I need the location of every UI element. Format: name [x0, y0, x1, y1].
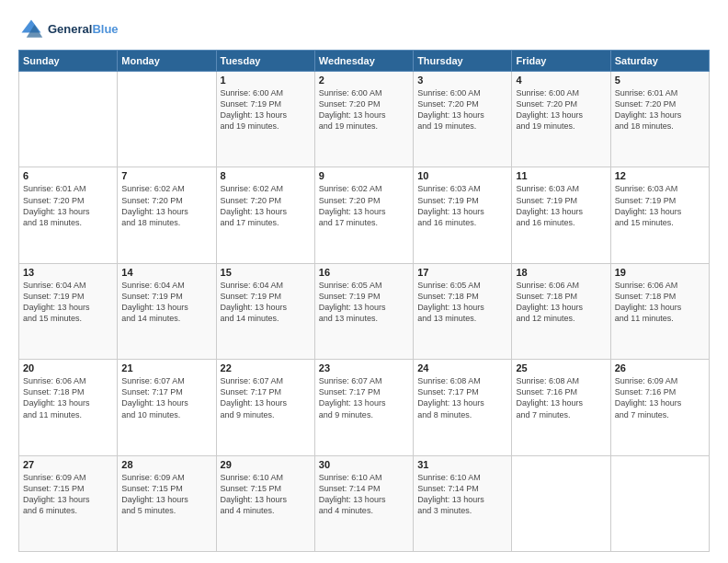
day-number: 10	[417, 170, 507, 181]
day-info: Sunrise: 6:10 AM Sunset: 7:14 PM Dayligh…	[417, 472, 507, 517]
day-info: Sunrise: 6:03 AM Sunset: 7:19 PM Dayligh…	[417, 183, 507, 228]
calendar-cell	[512, 455, 610, 551]
calendar-week-row: 20Sunrise: 6:06 AM Sunset: 7:18 PM Dayli…	[19, 360, 710, 455]
day-info: Sunrise: 6:02 AM Sunset: 7:20 PM Dayligh…	[121, 183, 211, 228]
day-info: Sunrise: 6:00 AM Sunset: 7:19 PM Dayligh…	[221, 87, 311, 132]
day-number: 24	[417, 362, 507, 373]
day-info: Sunrise: 6:02 AM Sunset: 7:20 PM Dayligh…	[319, 183, 409, 228]
weekday-header-wednesday: Wednesday	[314, 51, 413, 72]
weekday-header-thursday: Thursday	[414, 51, 512, 72]
day-number: 14	[121, 267, 211, 278]
day-info: Sunrise: 6:03 AM Sunset: 7:19 PM Dayligh…	[516, 183, 606, 228]
day-number: 23	[319, 362, 409, 373]
calendar-cell: 13Sunrise: 6:04 AM Sunset: 7:19 PM Dayli…	[19, 263, 118, 359]
calendar-cell: 4Sunrise: 6:00 AM Sunset: 7:20 PM Daylig…	[512, 72, 610, 167]
day-info: Sunrise: 6:08 AM Sunset: 7:17 PM Dayligh…	[417, 375, 507, 420]
calendar-cell: 20Sunrise: 6:06 AM Sunset: 7:18 PM Dayli…	[19, 360, 118, 455]
day-number: 11	[516, 170, 606, 181]
calendar-week-row: 13Sunrise: 6:04 AM Sunset: 7:19 PM Dayli…	[19, 263, 710, 359]
day-info: Sunrise: 6:09 AM Sunset: 7:15 PM Dayligh…	[23, 472, 113, 517]
day-info: Sunrise: 6:03 AM Sunset: 7:19 PM Dayligh…	[615, 183, 705, 228]
day-number: 19	[615, 267, 705, 278]
day-number: 17	[417, 267, 507, 278]
day-info: Sunrise: 6:04 AM Sunset: 7:19 PM Dayligh…	[23, 280, 113, 325]
calendar-cell: 26Sunrise: 6:09 AM Sunset: 7:16 PM Dayli…	[610, 360, 709, 455]
calendar-header-row: SundayMondayTuesdayWednesdayThursdayFrid…	[19, 51, 710, 72]
day-info: Sunrise: 6:07 AM Sunset: 7:17 PM Dayligh…	[221, 375, 311, 420]
day-info: Sunrise: 6:06 AM Sunset: 7:18 PM Dayligh…	[516, 280, 606, 325]
day-info: Sunrise: 6:08 AM Sunset: 7:16 PM Dayligh…	[516, 375, 606, 420]
day-number: 26	[615, 362, 705, 373]
day-number: 15	[221, 267, 311, 278]
day-number: 1	[221, 75, 311, 86]
day-number: 9	[319, 170, 409, 181]
calendar-cell	[610, 455, 709, 551]
calendar-cell: 3Sunrise: 6:00 AM Sunset: 7:20 PM Daylig…	[414, 72, 512, 167]
day-number: 29	[221, 459, 311, 470]
calendar-cell: 31Sunrise: 6:10 AM Sunset: 7:14 PM Dayli…	[414, 455, 512, 551]
calendar-cell: 11Sunrise: 6:03 AM Sunset: 7:19 PM Dayli…	[512, 167, 610, 263]
day-info: Sunrise: 6:06 AM Sunset: 7:18 PM Dayligh…	[615, 280, 705, 325]
day-number: 16	[319, 267, 409, 278]
calendar-cell: 7Sunrise: 6:02 AM Sunset: 7:20 PM Daylig…	[118, 167, 216, 263]
page: GeneralBlue SundayMondayTuesdayWednesday…	[0, 0, 728, 563]
calendar-cell: 21Sunrise: 6:07 AM Sunset: 7:17 PM Dayli…	[118, 360, 216, 455]
calendar-cell: 8Sunrise: 6:02 AM Sunset: 7:20 PM Daylig…	[216, 167, 314, 263]
calendar-cell: 27Sunrise: 6:09 AM Sunset: 7:15 PM Dayli…	[19, 455, 118, 551]
day-number: 6	[23, 170, 113, 181]
day-number: 31	[417, 459, 507, 470]
day-info: Sunrise: 6:09 AM Sunset: 7:16 PM Dayligh…	[615, 375, 705, 420]
weekday-header-friday: Friday	[512, 51, 610, 72]
logo-text: GeneralBlue	[48, 22, 119, 37]
header: GeneralBlue	[18, 17, 710, 42]
calendar-cell: 25Sunrise: 6:08 AM Sunset: 7:16 PM Dayli…	[512, 360, 610, 455]
calendar-cell: 10Sunrise: 6:03 AM Sunset: 7:19 PM Dayli…	[414, 167, 512, 263]
calendar-cell: 22Sunrise: 6:07 AM Sunset: 7:17 PM Dayli…	[216, 360, 314, 455]
logo: GeneralBlue	[18, 17, 119, 42]
day-number: 5	[615, 75, 705, 86]
day-number: 7	[121, 170, 211, 181]
calendar-week-row: 1Sunrise: 6:00 AM Sunset: 7:19 PM Daylig…	[19, 72, 710, 167]
calendar-cell: 15Sunrise: 6:04 AM Sunset: 7:19 PM Dayli…	[216, 263, 314, 359]
day-number: 12	[615, 170, 705, 181]
day-number: 13	[23, 267, 113, 278]
calendar-cell: 18Sunrise: 6:06 AM Sunset: 7:18 PM Dayli…	[512, 263, 610, 359]
calendar-week-row: 6Sunrise: 6:01 AM Sunset: 7:20 PM Daylig…	[19, 167, 710, 263]
day-number: 18	[516, 267, 606, 278]
weekday-header-sunday: Sunday	[19, 51, 118, 72]
day-info: Sunrise: 6:04 AM Sunset: 7:19 PM Dayligh…	[221, 280, 311, 325]
calendar-cell: 17Sunrise: 6:05 AM Sunset: 7:18 PM Dayli…	[414, 263, 512, 359]
day-info: Sunrise: 6:00 AM Sunset: 7:20 PM Dayligh…	[417, 87, 507, 132]
calendar-cell: 30Sunrise: 6:10 AM Sunset: 7:14 PM Dayli…	[314, 455, 413, 551]
day-number: 28	[121, 459, 211, 470]
weekday-header-saturday: Saturday	[610, 51, 709, 72]
day-number: 3	[417, 75, 507, 86]
day-number: 30	[319, 459, 409, 470]
day-number: 8	[221, 170, 311, 181]
calendar-cell: 12Sunrise: 6:03 AM Sunset: 7:19 PM Dayli…	[610, 167, 709, 263]
calendar-cell: 5Sunrise: 6:01 AM Sunset: 7:20 PM Daylig…	[610, 72, 709, 167]
calendar-cell: 16Sunrise: 6:05 AM Sunset: 7:19 PM Dayli…	[314, 263, 413, 359]
calendar-cell: 28Sunrise: 6:09 AM Sunset: 7:15 PM Dayli…	[118, 455, 216, 551]
day-info: Sunrise: 6:05 AM Sunset: 7:19 PM Dayligh…	[319, 280, 409, 325]
calendar-cell: 23Sunrise: 6:07 AM Sunset: 7:17 PM Dayli…	[314, 360, 413, 455]
calendar-cell: 6Sunrise: 6:01 AM Sunset: 7:20 PM Daylig…	[19, 167, 118, 263]
weekday-header-monday: Monday	[118, 51, 216, 72]
day-info: Sunrise: 6:00 AM Sunset: 7:20 PM Dayligh…	[516, 87, 606, 132]
calendar-cell: 1Sunrise: 6:00 AM Sunset: 7:19 PM Daylig…	[216, 72, 314, 167]
day-info: Sunrise: 6:07 AM Sunset: 7:17 PM Dayligh…	[121, 375, 211, 420]
day-info: Sunrise: 6:10 AM Sunset: 7:14 PM Dayligh…	[319, 472, 409, 517]
calendar-cell: 2Sunrise: 6:00 AM Sunset: 7:20 PM Daylig…	[314, 72, 413, 167]
day-number: 22	[221, 362, 311, 373]
day-info: Sunrise: 6:06 AM Sunset: 7:18 PM Dayligh…	[23, 375, 113, 420]
calendar-cell: 24Sunrise: 6:08 AM Sunset: 7:17 PM Dayli…	[414, 360, 512, 455]
day-number: 2	[319, 75, 409, 86]
day-info: Sunrise: 6:07 AM Sunset: 7:17 PM Dayligh…	[319, 375, 409, 420]
day-info: Sunrise: 6:04 AM Sunset: 7:19 PM Dayligh…	[121, 280, 211, 325]
calendar-week-row: 27Sunrise: 6:09 AM Sunset: 7:15 PM Dayli…	[19, 455, 710, 551]
calendar-table: SundayMondayTuesdayWednesdayThursdayFrid…	[18, 50, 710, 552]
day-number: 20	[23, 362, 113, 373]
calendar-cell	[19, 72, 118, 167]
logo-icon	[18, 17, 44, 42]
calendar-cell: 14Sunrise: 6:04 AM Sunset: 7:19 PM Dayli…	[118, 263, 216, 359]
